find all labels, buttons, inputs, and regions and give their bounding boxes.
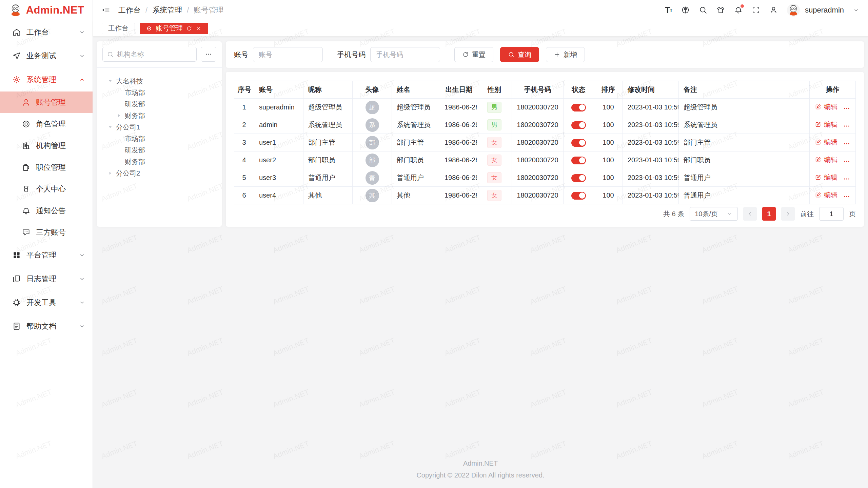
reset-button[interactable]: 重置 [454, 47, 493, 62]
tree-node[interactable]: 研发部 [100, 98, 218, 110]
account-input[interactable] [253, 47, 323, 62]
user-avatar[interactable] [787, 4, 800, 17]
tree-node-label: 市场部 [125, 88, 145, 97]
sidebar-subitem-2-1[interactable]: 角色管理 [0, 113, 93, 135]
more-actions-icon[interactable] [843, 158, 850, 165]
edit-button[interactable]: 编辑 [815, 102, 837, 111]
username[interactable]: superadmin [805, 6, 844, 15]
close-icon[interactable] [196, 25, 202, 32]
add-button[interactable]: 新增 [546, 47, 585, 62]
tree-node[interactable]: 大名科技 [100, 75, 218, 87]
query-button[interactable]: 查询 [500, 47, 539, 62]
cell-name: 部门主管 [392, 134, 441, 151]
cell-name: 其他 [392, 187, 441, 204]
cell-sort: 100 [594, 134, 623, 151]
breadcrumb-item[interactable]: 系统管理 [152, 5, 182, 15]
cell-gender: 男 [477, 99, 512, 116]
status-toggle[interactable] [571, 104, 586, 111]
accounts-table: 序号账号昵称头像姓名出生日期性别手机号码状态排序修改时间备注操作 1supera… [234, 81, 856, 204]
org-search-field[interactable] [102, 47, 197, 62]
tree-caret-icon[interactable] [107, 78, 113, 84]
sidebar-item-2[interactable]: 系统管理 [0, 68, 93, 92]
sidebar-subitem-2-0[interactable]: 账号管理 [0, 92, 93, 113]
status-toggle[interactable] [571, 174, 586, 182]
cell-modified: 2023-01-03 10:59:44 [623, 99, 679, 116]
edit-button[interactable]: 编辑 [815, 173, 837, 182]
edit-button[interactable]: 编辑 [815, 190, 837, 200]
sidebar-subitem-2-3[interactable]: 职位管理 [0, 157, 93, 178]
edit-button[interactable]: 编辑 [815, 120, 837, 129]
current-page-button[interactable]: 1 [762, 207, 776, 221]
breadcrumb-item[interactable]: 账号管理 [194, 5, 223, 15]
page-size-select[interactable]: 10条/页 [690, 207, 738, 221]
sidebar-item-label: 系统管理 [26, 75, 56, 85]
main-area: 大名科技市场部研发部财务部分公司1市场部研发部财务部分公司2 账号 手机号码 [93, 37, 868, 488]
more-actions-icon[interactable] [843, 175, 850, 183]
status-toggle[interactable] [571, 157, 586, 164]
edit-label: 编辑 [824, 173, 837, 182]
tree-caret-icon[interactable] [107, 170, 113, 176]
tree-node[interactable]: 研发部 [100, 144, 218, 156]
more-actions-icon[interactable] [843, 105, 850, 112]
cell-no: 4 [234, 151, 254, 169]
status-toggle[interactable] [571, 121, 586, 129]
more-actions-icon[interactable] [843, 122, 850, 130]
sidebar-item-label: 日志管理 [26, 274, 56, 284]
next-page-button[interactable] [781, 207, 795, 221]
cell-remark: 普通用户 [679, 169, 810, 187]
sidebar-subitem-2-4[interactable]: 个人中心 [0, 178, 93, 200]
collapse-sidebar-icon[interactable] [102, 6, 110, 14]
filter-panel: 账号 手机号码 重置 [226, 41, 864, 68]
language-icon[interactable] [681, 6, 690, 14]
edit-icon [815, 156, 822, 163]
tree-node[interactable]: 市场部 [100, 87, 218, 98]
chevron-down-icon[interactable] [853, 7, 859, 13]
more-actions-icon[interactable] [843, 193, 850, 200]
tab-item-1[interactable]: 账号管理 [140, 23, 208, 34]
prev-page-button[interactable] [743, 207, 757, 221]
org-more-button[interactable] [201, 47, 216, 62]
edit-button[interactable]: 编辑 [815, 155, 837, 164]
sidebar-item-0[interactable]: 工作台 [0, 20, 93, 44]
cell-remark: 部门主管 [679, 134, 810, 151]
tree-node[interactable]: 财务部 [100, 110, 218, 121]
status-toggle[interactable] [571, 192, 586, 200]
cell-remark: 超级管理员 [679, 99, 810, 116]
more-actions-icon[interactable] [843, 140, 850, 147]
tree-node[interactable]: 市场部 [100, 133, 218, 144]
logo-monk-icon [8, 3, 23, 17]
tab-item-0[interactable]: 工作台 [102, 23, 135, 34]
profile-icon[interactable] [769, 6, 778, 14]
tree-caret-icon[interactable] [107, 124, 113, 130]
sidebar-item-6[interactable]: 帮助文档 [0, 314, 93, 338]
cell-birthday: 1986-06-28 [441, 187, 477, 204]
sidebar-subitem-2-2[interactable]: 机构管理 [0, 135, 93, 157]
phone-input[interactable] [370, 47, 440, 62]
sidebar-subitem-2-6[interactable]: 三方账号 [0, 222, 93, 243]
goto-page-input[interactable] [819, 207, 844, 221]
column-header: 操作 [810, 81, 856, 99]
column-header: 手机号码 [512, 81, 564, 99]
sidebar-subitem-2-5[interactable]: 通知公告 [0, 200, 93, 222]
font-size-icon[interactable]: Tт [665, 5, 672, 15]
sidebar-item-5[interactable]: 开发工具 [0, 291, 93, 314]
global-search-icon[interactable] [699, 6, 707, 14]
edit-button[interactable]: 编辑 [815, 138, 837, 147]
sidebar-item-4[interactable]: 日志管理 [0, 267, 93, 291]
search-icon [107, 51, 114, 58]
status-toggle[interactable] [571, 139, 586, 147]
org-search-input[interactable] [117, 50, 192, 58]
sidebar-item-1[interactable]: 业务测试 [0, 44, 93, 68]
tree-caret-icon[interactable] [116, 113, 122, 119]
fullscreen-icon[interactable] [752, 6, 760, 14]
tree-node[interactable]: 分公司2 [100, 167, 218, 179]
org-tree: 大名科技市场部研发部财务部分公司1市场部研发部财务部分公司2 [97, 67, 222, 179]
breadcrumb-item[interactable]: 工作台 [118, 5, 141, 15]
theme-icon[interactable] [716, 6, 725, 14]
tree-node[interactable]: 分公司1 [100, 121, 218, 133]
notification-bell-icon[interactable] [734, 6, 743, 14]
refresh-icon[interactable] [186, 25, 192, 32]
tree-node[interactable]: 财务部 [100, 156, 218, 167]
tree-node-label: 研发部 [125, 100, 145, 109]
sidebar-item-3[interactable]: 平台管理 [0, 243, 93, 267]
